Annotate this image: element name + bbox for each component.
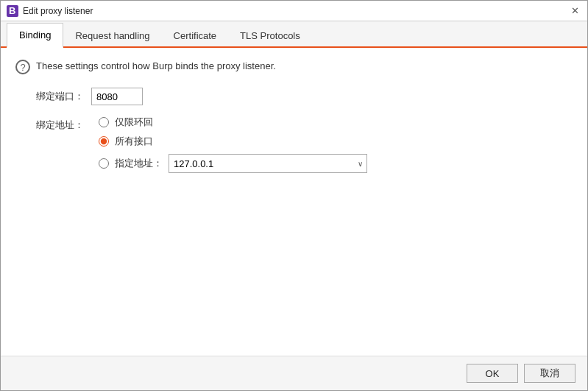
radio-loopback-label: 仅限环回 xyxy=(115,116,153,129)
tab-request-handling[interactable]: Request handling xyxy=(63,23,161,48)
svg-text:B: B xyxy=(9,5,15,16)
title-bar-left: B Edit proxy listener xyxy=(7,5,93,17)
info-text: These settings control how Burp binds th… xyxy=(36,60,276,71)
close-icon: ✕ xyxy=(571,5,579,16)
cancel-button[interactable]: 取消 xyxy=(524,364,575,383)
radio-group: 仅限环回 所有接口 指定地址： 127.0.0.1 xyxy=(99,116,367,173)
tab-certificate[interactable]: Certificate xyxy=(162,23,229,48)
bind-port-row: 绑定端口： xyxy=(36,88,573,105)
tab-binding[interactable]: Binding xyxy=(7,23,63,48)
bind-port-input[interactable] xyxy=(91,88,143,105)
info-row: ? These settings control how Burp binds … xyxy=(15,60,573,74)
info-icon: ? xyxy=(15,60,30,74)
footer: OK 取消 xyxy=(1,356,587,390)
radio-loopback[interactable] xyxy=(99,117,109,127)
radio-all-interfaces[interactable] xyxy=(99,136,109,147)
specific-address-select[interactable]: 127.0.0.1 xyxy=(169,154,367,173)
tab-content: ? These settings control how Burp binds … xyxy=(1,48,587,356)
bind-port-label: 绑定端口： xyxy=(36,90,84,103)
tab-bar: Binding Request handling Certificate TLS… xyxy=(1,21,587,48)
dialog-title: Edit proxy listener xyxy=(23,6,93,16)
close-button[interactable]: ✕ xyxy=(568,4,581,18)
radio-specific-label: 指定地址： xyxy=(115,157,163,170)
burp-icon: B xyxy=(7,5,18,17)
form-section: 绑定端口： 绑定地址： 仅限环回 所有接口 xyxy=(15,88,573,173)
radio-specific-row: 指定地址： 127.0.0.1 xyxy=(99,154,367,173)
title-bar: B Edit proxy listener ✕ xyxy=(1,1,587,21)
tab-tls-protocols[interactable]: TLS Protocols xyxy=(228,23,312,48)
radio-all-interfaces-label: 所有接口 xyxy=(115,135,153,148)
radio-all-row: 所有接口 xyxy=(99,135,367,148)
edit-proxy-listener-dialog: B Edit proxy listener ✕ Binding Request … xyxy=(0,0,588,391)
radio-specific[interactable] xyxy=(99,158,109,169)
ok-button[interactable]: OK xyxy=(467,364,518,383)
bind-address-row: 绑定地址： 仅限环回 所有接口 指定地址： xyxy=(36,116,573,173)
bind-address-label: 绑定地址： xyxy=(36,116,84,132)
address-select-wrapper: 127.0.0.1 xyxy=(169,154,367,173)
radio-loopback-row: 仅限环回 xyxy=(99,116,367,129)
